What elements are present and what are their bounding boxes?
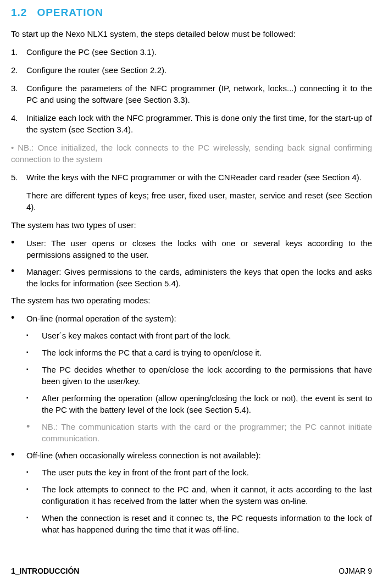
user-type-manager: • Manager: Gives permissions to the card…: [11, 266, 372, 289]
offline-item: ▪ The user puts the key in front of the …: [26, 467, 372, 478]
bullet-icon: •: [11, 313, 26, 324]
section-heading: 1.2OPERATION: [11, 5, 372, 20]
users-intro: The system has two types of user:: [11, 219, 372, 231]
step-text: Write the keys with the NFC programmer o…: [26, 171, 372, 183]
sub-text: The user puts the key in front of the fr…: [42, 467, 372, 478]
online-note: • NB.: The communication starts with the…: [26, 421, 372, 444]
offline-item: ▪ When the connection is reset and it co…: [26, 512, 372, 535]
page-footer: 1_INTRODUCCIÓN OJMAR 9: [11, 566, 372, 577]
sub-text: User´s key makes contact with front part…: [42, 330, 372, 341]
square-icon: ▪: [26, 347, 42, 358]
sub-text: When the connection is reset and it conn…: [42, 512, 372, 535]
step-3: 3. Configure the parameters of the NFC p…: [11, 82, 372, 106]
sub-text: The PC decides whether to open/close the…: [42, 364, 372, 387]
intro-paragraph: To start up the Nexo NLX1 system, the st…: [11, 28, 372, 40]
mode-online: • On-line (normal operation of the syste…: [11, 313, 372, 324]
note-initialized: • NB.: Once initialized, the lock connec…: [11, 142, 372, 165]
sub-text: The lock attempts to connect to the PC a…: [42, 484, 372, 507]
online-item: ▪ User´s key makes contact with front pa…: [26, 330, 372, 341]
step-text: Configure the router (see Section 2.2).: [26, 64, 372, 76]
bullet-text: On-line (normal operation of the system)…: [26, 313, 372, 324]
square-icon: ▪: [26, 364, 42, 387]
bullet-text: Off-line (when occasionally wireless con…: [26, 450, 372, 461]
note-body: Once initialized, the lock connects to t…: [11, 143, 372, 164]
footer-right: OJMAR 9: [338, 566, 372, 577]
footer-left: 1_INTRODUCCIÓN: [11, 566, 79, 577]
step-5: 5. Write the keys with the NFC programme…: [11, 171, 372, 213]
modes-intro: The system has two operating modes:: [11, 295, 372, 306]
square-icon: ▪: [26, 392, 42, 415]
step-marker: 1.: [11, 46, 26, 58]
step-body: Write the keys with the NFC programmer o…: [26, 171, 372, 213]
online-sublist: ▪ User´s key makes contact with front pa…: [26, 330, 372, 444]
section-title: OPERATION: [37, 7, 103, 18]
bullet-icon: •: [11, 450, 26, 461]
user-type-user: • User: The user opens or closes the loc…: [11, 237, 372, 260]
bullet-text: Manager: Gives permissions to the cards,…: [26, 266, 372, 289]
sub-text: After performing the operation (allow op…: [42, 392, 372, 415]
online-item: ▪ The lock informs the PC that a card is…: [26, 347, 372, 358]
note-prefix: • NB.:: [11, 143, 37, 152]
step-marker: 3.: [11, 82, 26, 106]
step-marker: 2.: [11, 64, 26, 76]
sub-text: The lock informs the PC that a card is t…: [42, 347, 372, 358]
mode-offline: • Off-line (when occasionally wireless c…: [11, 450, 372, 461]
offline-item: ▪ The lock attempts to connect to the PC…: [26, 484, 372, 507]
step-marker: 5.: [11, 171, 26, 213]
section-number: 1.2: [11, 5, 27, 20]
step-4: 4. Initialize each lock with the NFC pro…: [11, 112, 372, 135]
step-extra: There are different types of keys; free …: [26, 190, 372, 213]
square-icon: ▪: [26, 484, 42, 507]
note-text: NB.: The communication starts with the c…: [42, 421, 372, 444]
bullet-icon: •: [11, 266, 26, 289]
step-1: 1. Configure the PC (see Section 3.1).: [11, 46, 372, 58]
bullet-text: User: The user opens or closes the locks…: [26, 237, 372, 260]
step-marker: 4.: [11, 112, 26, 135]
online-item: ▪ The PC decides whether to open/close t…: [26, 364, 372, 387]
bullet-icon: •: [11, 237, 26, 260]
step-text: Configure the parameters of the NFC prog…: [26, 82, 372, 106]
online-item: ▪ After performing the operation (allow …: [26, 392, 372, 415]
step-text: Initialize each lock with the NFC progra…: [26, 112, 372, 135]
offline-sublist: ▪ The user puts the key in front of the …: [26, 467, 372, 535]
square-icon: ▪: [26, 512, 42, 535]
step-2: 2. Configure the router (see Section 2.2…: [11, 64, 372, 76]
square-icon: ▪: [26, 467, 42, 478]
bullet-icon: •: [26, 421, 42, 444]
step-text: Configure the PC (see Section 3.1).: [26, 46, 372, 58]
square-icon: ▪: [26, 330, 42, 341]
